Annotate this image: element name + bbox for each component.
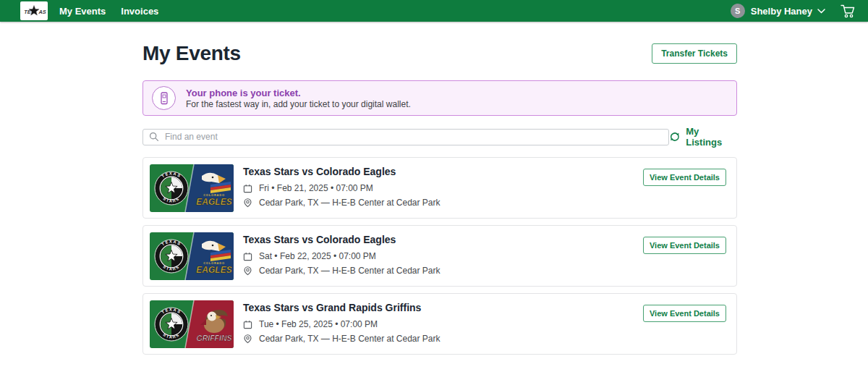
nav-link-invoices[interactable]: Invoices [121,6,158,17]
user-name[interactable]: Shelby Haney [751,6,812,17]
page-title: My Events [142,42,241,65]
wallet-banner: Your phone is your ticket. For the faste… [142,80,737,116]
event-datetime: Sat • Feb 22, 2025 • 07:00 PM [259,251,376,261]
view-event-details-button[interactable]: View Event Details [643,237,726,254]
banner-text: Your phone is your ticket. For the faste… [186,88,411,109]
event-title: Texas Stars vs Grand Rapids Griffins [243,302,441,313]
event-info: Texas Stars vs Colorado Eagles Fri • Feb… [243,164,441,211]
texas-stars-logo[interactable]: TE AS [20,1,48,20]
event-thumbnail-stars-vs-griffins: TEXAS STARS GRIFFINS [150,300,234,348]
top-navbar: TE AS My Events Invoices S Shelby Haney [0,0,868,22]
my-listings-link[interactable]: My Listings [669,126,737,148]
event-location: Cedar Park, TX — H-E-B Center at Cedar P… [259,198,441,208]
event-datetime: Tue • Feb 25, 2025 • 07:00 PM [259,319,378,329]
shopping-cart-icon[interactable] [838,2,858,20]
svg-text:AS: AS [38,9,46,15]
location-pin-icon [243,266,252,276]
nav-link-my-events[interactable]: My Events [59,6,106,17]
event-info: Texas Stars vs Grand Rapids Griffins Tue… [243,300,441,347]
location-pin-icon [243,334,252,344]
event-card: TEXAS STARS COLORADO EAGL [142,225,737,287]
event-thumbnail-stars-vs-eagles: TEXAS STARS COLORADO EAGL [150,164,234,212]
chevron-down-icon[interactable] [817,9,825,14]
avatar[interactable]: S [731,4,745,18]
calendar-icon [243,320,252,329]
event-datetime: Fri • Feb 21, 2025 • 07:00 PM [259,183,373,193]
event-card: TEXAS STARS COLORADO EAGL [142,157,737,219]
svg-text:GRIFFINS: GRIFFINS [197,334,232,342]
search-row: My Listings [142,126,737,148]
event-datetime-row: Fri • Feb 21, 2025 • 07:00 PM [243,183,441,193]
event-location-row: Cedar Park, TX — H-E-B Center at Cedar P… [243,334,441,344]
main-content: My Events Transfer Tickets Your phone is… [142,42,737,355]
search-icon [149,132,159,142]
svg-text:EAGLES: EAGLES [196,265,231,275]
event-card: TEXAS STARS GRIFFINS [142,293,737,355]
event-location-row: Cedar Park, TX — H-E-B Center at Cedar P… [243,266,441,276]
banner-title: Your phone is your ticket. [186,88,411,98]
location-pin-icon [243,198,252,208]
event-list: TEXAS STARS COLORADO EAGL [142,157,737,355]
view-event-details-button[interactable]: View Event Details [643,169,726,186]
page-header: My Events Transfer Tickets [142,42,737,65]
svg-text:EAGLES: EAGLES [196,197,231,207]
event-location: Cedar Park, TX — H-E-B Center at Cedar P… [259,334,441,344]
my-listings-label: My Listings [686,126,737,148]
navbar-right: S Shelby Haney [731,2,858,20]
event-location-row: Cedar Park, TX — H-E-B Center at Cedar P… [243,198,441,208]
event-title: Texas Stars vs Colorado Eagles [243,234,441,245]
texas-stars-logo-icon: TE AS [21,2,47,20]
event-thumbnail-stars-vs-eagles: TEXAS STARS COLORADO EAGL [150,232,234,280]
event-title: Texas Stars vs Colorado Eagles [243,166,441,177]
event-info: Texas Stars vs Colorado Eagles Sat • Feb… [243,232,441,279]
calendar-icon [243,252,252,261]
view-event-details-button[interactable]: View Event Details [643,305,726,322]
transfer-tickets-button[interactable]: Transfer Tickets [652,43,737,64]
search-input[interactable] [163,131,663,143]
refresh-icon [669,131,681,143]
search-box [142,129,669,145]
event-datetime-row: Tue • Feb 25, 2025 • 07:00 PM [243,319,441,329]
phone-ticket-icon [152,86,176,110]
event-datetime-row: Sat • Feb 22, 2025 • 07:00 PM [243,251,441,261]
event-location: Cedar Park, TX — H-E-B Center at Cedar P… [259,266,441,276]
banner-subtitle: For the fastest way in, add your ticket … [186,100,411,109]
calendar-icon [243,184,252,193]
